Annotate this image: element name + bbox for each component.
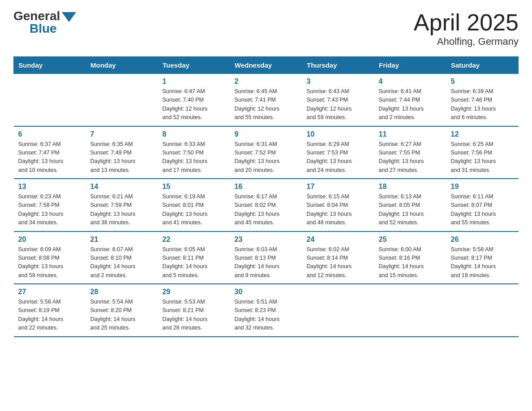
day-number: 12: [451, 130, 514, 138]
day-number: 9: [235, 130, 298, 138]
day-number: 23: [235, 235, 298, 244]
day-detail: Sunrise: 6:25 AM Sunset: 7:56 PM Dayligh…: [451, 140, 514, 175]
weekday-header-tuesday: Tuesday: [158, 57, 230, 74]
day-detail: Sunrise: 6:00 AM Sunset: 8:16 PM Dayligh…: [379, 245, 442, 280]
day-detail: Sunrise: 6:11 AM Sunset: 8:07 PM Dayligh…: [451, 193, 514, 227]
logo-blue-text: Blue: [30, 21, 57, 36]
day-number: 10: [307, 130, 370, 138]
day-cell: 16Sunrise: 6:17 AM Sunset: 8:02 PM Dayli…: [230, 179, 302, 231]
week-row-1: 1Sunrise: 6:47 AM Sunset: 7:40 PM Daylig…: [14, 74, 519, 126]
day-number: 24: [307, 235, 370, 244]
day-detail: Sunrise: 6:05 AM Sunset: 8:11 PM Dayligh…: [163, 245, 226, 280]
week-row-4: 20Sunrise: 6:09 AM Sunset: 8:08 PM Dayli…: [14, 231, 519, 284]
weekday-header-monday: Monday: [86, 57, 158, 74]
day-detail: Sunrise: 6:03 AM Sunset: 8:13 PM Dayligh…: [235, 245, 298, 280]
week-row-2: 6Sunrise: 6:37 AM Sunset: 7:47 PM Daylig…: [14, 126, 519, 179]
weekday-header-sunday: Sunday: [14, 57, 86, 74]
day-cell: 17Sunrise: 6:15 AM Sunset: 8:04 PM Dayli…: [302, 179, 374, 231]
day-number: 22: [163, 235, 226, 244]
day-detail: Sunrise: 6:37 AM Sunset: 7:47 PM Dayligh…: [18, 140, 82, 175]
day-detail: Sunrise: 6:17 AM Sunset: 8:02 PM Dayligh…: [235, 193, 298, 227]
day-cell: 18Sunrise: 6:13 AM Sunset: 8:05 PM Dayli…: [374, 179, 446, 231]
day-number: 30: [235, 288, 298, 296]
day-cell: 26Sunrise: 5:58 AM Sunset: 8:17 PM Dayli…: [446, 231, 519, 284]
day-detail: Sunrise: 5:58 AM Sunset: 8:17 PM Dayligh…: [451, 245, 514, 280]
day-cell: 6Sunrise: 6:37 AM Sunset: 7:47 PM Daylig…: [14, 126, 86, 179]
location-label: Aholfing, Germany: [414, 36, 519, 47]
month-title: April 2025: [414, 9, 519, 36]
day-detail: Sunrise: 6:43 AM Sunset: 7:43 PM Dayligh…: [307, 87, 370, 122]
day-detail: Sunrise: 6:02 AM Sunset: 8:14 PM Dayligh…: [307, 245, 370, 280]
week-row-3: 13Sunrise: 6:23 AM Sunset: 7:58 PM Dayli…: [14, 179, 519, 231]
day-cell: 23Sunrise: 6:03 AM Sunset: 8:13 PM Dayli…: [230, 231, 302, 284]
calendar-table: SundayMondayTuesdayWednesdayThursdayFrid…: [13, 56, 519, 337]
day-number: 6: [18, 130, 82, 138]
day-detail: Sunrise: 5:53 AM Sunset: 8:21 PM Dayligh…: [163, 298, 226, 333]
day-cell: 19Sunrise: 6:11 AM Sunset: 8:07 PM Dayli…: [446, 179, 519, 231]
day-detail: Sunrise: 5:56 AM Sunset: 8:19 PM Dayligh…: [18, 298, 82, 333]
day-cell: 24Sunrise: 6:02 AM Sunset: 8:14 PM Dayli…: [302, 231, 374, 284]
day-cell: 29Sunrise: 5:53 AM Sunset: 8:21 PM Dayli…: [158, 284, 230, 337]
day-cell: [302, 284, 374, 337]
day-number: 18: [379, 183, 442, 191]
weekday-header-wednesday: Wednesday: [230, 57, 302, 74]
day-detail: Sunrise: 6:33 AM Sunset: 7:50 PM Dayligh…: [163, 140, 226, 175]
day-cell: 14Sunrise: 6:21 AM Sunset: 7:59 PM Dayli…: [86, 179, 158, 231]
day-detail: Sunrise: 6:15 AM Sunset: 8:04 PM Dayligh…: [307, 193, 370, 227]
day-cell: 22Sunrise: 6:05 AM Sunset: 8:11 PM Dayli…: [158, 231, 230, 284]
day-number: 3: [307, 77, 370, 86]
weekday-header-row: SundayMondayTuesdayWednesdayThursdayFrid…: [14, 57, 519, 74]
day-number: 17: [307, 183, 370, 191]
day-detail: Sunrise: 6:23 AM Sunset: 7:58 PM Dayligh…: [18, 193, 82, 227]
day-detail: Sunrise: 6:19 AM Sunset: 8:01 PM Dayligh…: [163, 193, 226, 227]
day-detail: Sunrise: 6:41 AM Sunset: 7:44 PM Dayligh…: [379, 87, 442, 122]
title-area: April 2025 Aholfing, Germany: [414, 9, 519, 47]
day-number: 5: [451, 77, 514, 86]
logo-triangle-icon: [62, 12, 76, 22]
day-number: 28: [90, 288, 154, 296]
day-cell: 13Sunrise: 6:23 AM Sunset: 7:58 PM Dayli…: [14, 179, 86, 231]
calendar-header: SundayMondayTuesdayWednesdayThursdayFrid…: [14, 57, 519, 74]
day-cell: 25Sunrise: 6:00 AM Sunset: 8:16 PM Dayli…: [374, 231, 446, 284]
day-cell: 21Sunrise: 6:07 AM Sunset: 8:10 PM Dayli…: [86, 231, 158, 284]
day-number: 21: [90, 235, 154, 244]
day-cell: [14, 74, 86, 126]
day-cell: [446, 284, 519, 337]
week-row-5: 27Sunrise: 5:56 AM Sunset: 8:19 PM Dayli…: [14, 284, 519, 337]
day-cell: 28Sunrise: 5:54 AM Sunset: 8:20 PM Dayli…: [86, 284, 158, 337]
day-number: 2: [235, 77, 298, 86]
day-number: 11: [379, 130, 442, 138]
day-detail: Sunrise: 6:07 AM Sunset: 8:10 PM Dayligh…: [90, 245, 154, 280]
day-detail: Sunrise: 5:54 AM Sunset: 8:20 PM Dayligh…: [90, 298, 154, 333]
day-number: 16: [235, 183, 298, 191]
day-cell: 11Sunrise: 6:27 AM Sunset: 7:55 PM Dayli…: [374, 126, 446, 179]
day-number: 7: [90, 130, 154, 138]
day-cell: 12Sunrise: 6:25 AM Sunset: 7:56 PM Dayli…: [446, 126, 519, 179]
day-cell: [86, 74, 158, 126]
logo: General Blue: [13, 9, 76, 36]
day-detail: Sunrise: 6:27 AM Sunset: 7:55 PM Dayligh…: [379, 140, 442, 175]
day-cell: 5Sunrise: 6:39 AM Sunset: 7:46 PM Daylig…: [446, 74, 519, 126]
day-number: 27: [18, 288, 82, 296]
page-header: General Blue April 2025 Aholfing, German…: [13, 9, 519, 47]
day-cell: 27Sunrise: 5:56 AM Sunset: 8:19 PM Dayli…: [14, 284, 86, 337]
calendar-body: 1Sunrise: 6:47 AM Sunset: 7:40 PM Daylig…: [14, 74, 519, 337]
day-cell: 30Sunrise: 5:51 AM Sunset: 8:23 PM Dayli…: [230, 284, 302, 337]
day-detail: Sunrise: 5:51 AM Sunset: 8:23 PM Dayligh…: [235, 298, 298, 333]
weekday-header-friday: Friday: [374, 57, 446, 74]
weekday-header-saturday: Saturday: [446, 57, 519, 74]
day-cell: 9Sunrise: 6:31 AM Sunset: 7:52 PM Daylig…: [230, 126, 302, 179]
day-number: 29: [163, 288, 226, 296]
weekday-header-thursday: Thursday: [302, 57, 374, 74]
day-detail: Sunrise: 6:09 AM Sunset: 8:08 PM Dayligh…: [18, 245, 82, 280]
day-detail: Sunrise: 6:21 AM Sunset: 7:59 PM Dayligh…: [90, 193, 154, 227]
day-cell: 1Sunrise: 6:47 AM Sunset: 7:40 PM Daylig…: [158, 74, 230, 126]
day-cell: 15Sunrise: 6:19 AM Sunset: 8:01 PM Dayli…: [158, 179, 230, 231]
day-cell: 4Sunrise: 6:41 AM Sunset: 7:44 PM Daylig…: [374, 74, 446, 126]
day-detail: Sunrise: 6:47 AM Sunset: 7:40 PM Dayligh…: [163, 87, 226, 122]
day-detail: Sunrise: 6:35 AM Sunset: 7:49 PM Dayligh…: [90, 140, 154, 175]
day-cell: 20Sunrise: 6:09 AM Sunset: 8:08 PM Dayli…: [14, 231, 86, 284]
day-number: 13: [18, 183, 82, 191]
day-cell: 10Sunrise: 6:29 AM Sunset: 7:53 PM Dayli…: [302, 126, 374, 179]
day-number: 15: [163, 183, 226, 191]
